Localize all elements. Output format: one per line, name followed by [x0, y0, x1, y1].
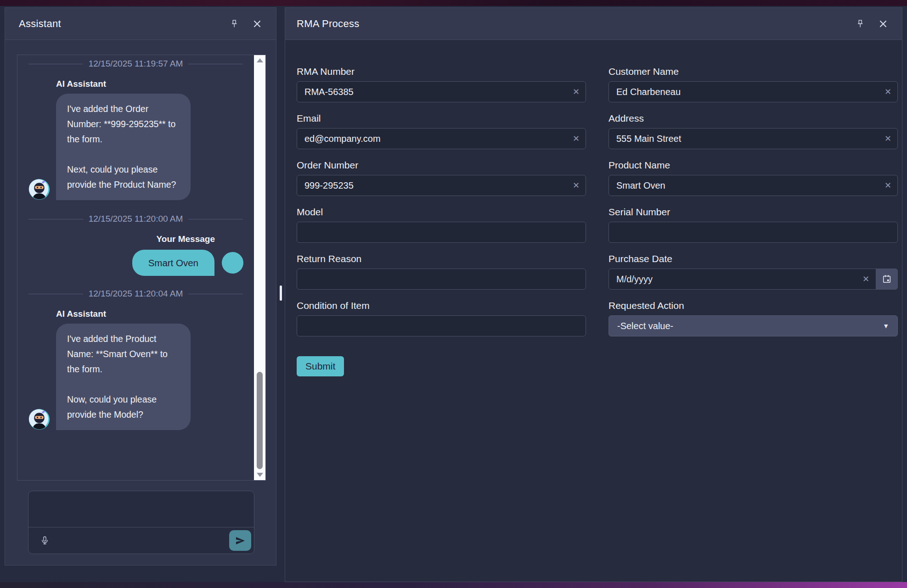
field-address: Address ✕: [608, 113, 898, 149]
dropdown-arrow-icon: ▼: [883, 322, 889, 330]
calendar-icon[interactable]: [876, 269, 898, 290]
field-label: Customer Name: [608, 66, 898, 77]
assistant-panel: Assistant 12/15/2025 11:19:57 AM: [5, 7, 276, 566]
ai-message-text: Next, could you please provide the Produ…: [67, 162, 180, 192]
window-top-strip: [0, 0, 907, 6]
user-avatar: [222, 252, 243, 274]
user-message: Your Message Smart Oven: [17, 234, 254, 276]
scroll-down-icon[interactable]: [257, 473, 263, 477]
field-email: Email ✕: [297, 113, 586, 149]
panel-splitter-handle[interactable]: [280, 286, 282, 301]
requested-action-select[interactable]: -Select value- ▼: [608, 315, 898, 336]
clear-icon[interactable]: ✕: [573, 181, 580, 190]
chat-input-box: [28, 491, 254, 554]
rma-panel-header: RMA Process: [285, 8, 902, 40]
field-label: Email: [297, 113, 586, 124]
serial-number-input[interactable]: [608, 222, 898, 243]
field-model: Model: [297, 207, 586, 243]
field-label: Model: [297, 207, 586, 218]
select-value: -Select value-: [617, 321, 673, 331]
field-label: Order Number: [297, 160, 586, 171]
field-label: Purchase Date: [608, 253, 898, 264]
pin-icon[interactable]: [853, 17, 867, 31]
field-label: Address: [608, 113, 898, 124]
field-label: RMA Number: [297, 66, 586, 77]
ai-message-text: Now, could you please provide the Model?: [67, 392, 180, 422]
ai-message-bubble: I've added the Product Name: **Smart Ove…: [56, 324, 191, 430]
field-customer-name: Customer Name ✕: [608, 66, 898, 102]
assistant-panel-header: Assistant: [5, 8, 276, 40]
field-requested-action: Requested Action -Select value- ▼: [608, 300, 898, 336]
rma-panel-title: RMA Process: [297, 18, 360, 30]
field-label: Requested Action: [608, 300, 898, 311]
field-label: Return Reason: [297, 253, 586, 264]
product-name-input[interactable]: [608, 175, 898, 196]
field-order-number: Order Number ✕: [297, 160, 586, 196]
user-message-bubble: Smart Oven: [132, 250, 214, 276]
rma-form: RMA Number ✕ Customer Name ✕ Email ✕: [285, 40, 902, 376]
model-input[interactable]: [297, 222, 586, 243]
clear-icon[interactable]: ✕: [884, 134, 891, 143]
scrollbar-thumb[interactable]: [257, 372, 263, 469]
purchase-date-input[interactable]: [608, 269, 898, 290]
chat-timestamp: 12/15/2025 11:20:00 AM: [17, 214, 254, 224]
pin-icon[interactable]: [227, 17, 241, 31]
return-reason-input[interactable]: [297, 269, 586, 290]
window-bottom-strip: [0, 582, 907, 588]
field-condition-of-item: Condition of Item: [297, 300, 586, 336]
field-return-reason: Return Reason: [297, 253, 586, 290]
address-input[interactable]: [608, 128, 898, 149]
chat-timestamp: 12/15/2025 11:20:04 AM: [17, 289, 254, 299]
field-product-name: Product Name ✕: [608, 160, 898, 196]
ai-ninja-avatar: [28, 409, 50, 430]
chat-timestamp: 12/15/2025 11:19:57 AM: [17, 59, 254, 69]
microphone-icon[interactable]: [38, 534, 51, 548]
clear-icon[interactable]: ✕: [884, 88, 891, 96]
condition-of-item-input[interactable]: [297, 315, 586, 336]
submit-button[interactable]: Submit: [297, 356, 344, 376]
field-label: Serial Number: [608, 207, 898, 218]
clear-icon[interactable]: ✕: [573, 134, 580, 143]
clear-icon[interactable]: ✕: [884, 181, 891, 190]
user-author-label: Your Message: [157, 234, 215, 244]
ai-author-label: AI Assistant: [56, 79, 254, 89]
chat-input-toolbar: [28, 527, 254, 554]
order-number-input[interactable]: [297, 175, 586, 196]
field-purchase-date: Purchase Date ✕: [608, 253, 898, 290]
ai-message-text: I've added the Product Name: **Smart Ove…: [67, 331, 180, 377]
rma-number-input[interactable]: [297, 81, 586, 102]
chat-input[interactable]: [28, 491, 254, 527]
ai-ninja-avatar: [28, 179, 50, 200]
rma-process-panel: RMA Process RMA Number ✕ Customer Name: [285, 7, 902, 582]
field-rma-number: RMA Number ✕: [297, 66, 586, 102]
ai-message-bubble: I've added the Order Number: **999-29523…: [56, 94, 191, 200]
send-icon: [235, 535, 246, 546]
scroll-up-icon[interactable]: [257, 58, 263, 62]
customer-name-input[interactable]: [608, 81, 898, 102]
field-label: Product Name: [608, 160, 898, 171]
field-label: Condition of Item: [297, 300, 586, 311]
ai-message: AI Assistant I've added the Order Number…: [17, 79, 254, 200]
assistant-panel-title: Assistant: [19, 18, 61, 30]
clear-icon[interactable]: ✕: [573, 88, 580, 96]
clear-icon[interactable]: ✕: [862, 275, 869, 283]
close-icon[interactable]: [250, 17, 264, 31]
close-icon[interactable]: [876, 17, 890, 31]
ai-message: AI Assistant I've added the Product Name…: [17, 309, 254, 430]
ai-message-text: I've added the Order Number: **999-29523…: [67, 101, 180, 147]
ai-author-label: AI Assistant: [56, 309, 254, 319]
email-input[interactable]: [297, 128, 586, 149]
field-serial-number: Serial Number: [608, 207, 898, 243]
chat-message-list: 12/15/2025 11:19:57 AM: [17, 55, 266, 481]
send-button[interactable]: [229, 530, 251, 551]
chat-content: 12/15/2025 11:19:57 AM: [17, 55, 254, 480]
chat-scrollbar[interactable]: [254, 55, 265, 480]
